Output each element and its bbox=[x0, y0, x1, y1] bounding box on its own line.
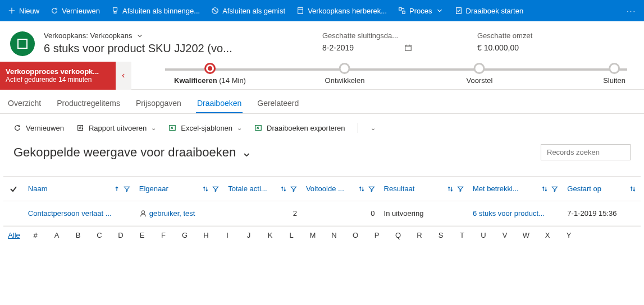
alpha-letter[interactable]: W bbox=[515, 231, 537, 239]
alpha-letter[interactable]: S bbox=[430, 231, 451, 239]
sub-excel-templates-button[interactable]: Excel-sjablonen⌄ bbox=[168, 124, 242, 132]
row-resultaat: In uitvoering bbox=[384, 209, 424, 218]
tab-products[interactable]: Productregelitems bbox=[56, 94, 121, 113]
alpha-letter[interactable]: V bbox=[494, 231, 515, 239]
alpha-letter[interactable]: I bbox=[217, 231, 238, 239]
playbooks-grid: Naam Eigenaar Totale acti... Voltooide .… bbox=[3, 176, 641, 227]
bpf-collapse-button[interactable] bbox=[116, 62, 131, 90]
clipboard-check-icon bbox=[455, 7, 463, 15]
alpha-letter[interactable]: P bbox=[366, 231, 387, 239]
command-bar: Nieuw Vernieuwen Afsluiten als binnenge.… bbox=[0, 0, 644, 21]
row-metbetr[interactable]: 6 stuks voor product... bbox=[473, 209, 545, 218]
filter-icon bbox=[551, 186, 558, 192]
tab-related[interactable]: Gerelateerd bbox=[256, 94, 300, 113]
refresh-button[interactable]: Vernieuwen bbox=[45, 0, 106, 21]
bpf-stage-develop[interactable]: Ontwikkelen bbox=[325, 63, 365, 85]
col-eigenaar[interactable]: Eigenaar bbox=[135, 184, 223, 193]
start-playbook-button[interactable]: Draaiboek starten bbox=[449, 0, 529, 21]
alpha-letter[interactable]: Q bbox=[387, 231, 409, 239]
tab-quotes[interactable]: Prijsopgaven bbox=[135, 94, 182, 113]
alpha-letter[interactable]: M bbox=[302, 231, 323, 239]
alpha-letter[interactable]: A bbox=[46, 231, 67, 239]
svg-rect-1 bbox=[298, 8, 303, 14]
svg-rect-7 bbox=[170, 126, 176, 131]
label: Afsluiten als gemist bbox=[222, 7, 285, 15]
table-row[interactable]: Contactpersoon verlaat ... gebruiker, te… bbox=[3, 201, 641, 226]
svg-rect-4 bbox=[456, 8, 461, 14]
revenue-value: € 10.000,00 bbox=[477, 43, 519, 52]
row-naam[interactable]: Contactpersoon verlaat ... bbox=[28, 209, 112, 218]
plus-icon bbox=[8, 7, 16, 15]
alpha-letter[interactable]: E bbox=[131, 231, 153, 239]
chevron-down-icon bbox=[436, 7, 444, 15]
sub-export-button[interactable]: Draaiboeken exporteren bbox=[254, 124, 345, 132]
bpf-stage-close[interactable]: Sluiten bbox=[603, 63, 625, 85]
alpha-letter[interactable]: U bbox=[473, 231, 494, 239]
process-button[interactable]: Proces bbox=[392, 0, 449, 21]
label: Nieuw bbox=[19, 7, 39, 15]
refresh-icon bbox=[13, 124, 21, 132]
row-voltooide: 0 bbox=[371, 209, 374, 218]
sub-refresh-button[interactable]: Vernieuwen bbox=[13, 124, 64, 132]
recalculate-button[interactable]: Verkoopkans herberek... bbox=[291, 0, 392, 21]
col-metbetrekking[interactable]: Met betrekki... bbox=[468, 184, 563, 193]
grid-header: Naam Eigenaar Totale acti... Voltooide .… bbox=[3, 177, 641, 201]
bpf-stage-qualify[interactable]: Kwalificeren (14 Min) bbox=[174, 63, 246, 85]
filter-icon bbox=[290, 186, 297, 192]
alpha-hash[interactable]: # bbox=[25, 231, 46, 239]
user-icon bbox=[139, 210, 147, 218]
label: Afsluiten als binnenge... bbox=[122, 7, 200, 15]
row-eigenaar[interactable]: gebruiker, test bbox=[149, 209, 195, 218]
select-all[interactable] bbox=[3, 184, 24, 193]
col-totale[interactable]: Totale acti... bbox=[223, 184, 302, 193]
alpha-letter[interactable]: B bbox=[67, 231, 89, 239]
col-resultaat[interactable]: Resultaat bbox=[380, 184, 468, 193]
close-lost-button[interactable]: Afsluiten als gemist bbox=[205, 0, 291, 21]
alpha-letter[interactable]: J bbox=[238, 231, 259, 239]
alpha-letter[interactable]: G bbox=[174, 231, 195, 239]
subgrid-cmdbar: Vernieuwen Rapport uitvoeren⌄ Excel-sjab… bbox=[0, 114, 644, 136]
svg-rect-5 bbox=[405, 45, 412, 51]
sub-report-button[interactable]: Rapport uitvoeren⌄ bbox=[76, 124, 156, 132]
bpf-stage-propose[interactable]: Voorstel bbox=[467, 63, 493, 85]
col-naam[interactable]: Naam bbox=[24, 184, 135, 193]
new-button[interactable]: Nieuw bbox=[2, 0, 45, 21]
cancel-icon bbox=[211, 7, 219, 15]
col-gestart[interactable]: Gestart op bbox=[563, 184, 641, 193]
alpha-letter[interactable]: X bbox=[537, 231, 558, 239]
alpha-letter[interactable]: C bbox=[89, 231, 110, 239]
bpf-badge[interactable]: Verkoopproces verkoopk... Actief geduren… bbox=[0, 62, 116, 90]
report-icon bbox=[76, 124, 84, 132]
alpha-letter[interactable]: Y bbox=[558, 231, 579, 239]
chevron-down-icon[interactable]: ⌄ bbox=[241, 145, 252, 160]
entity-label: Verkoopkans: Verkoopkans bbox=[44, 31, 133, 40]
alpha-letter[interactable]: K bbox=[259, 231, 281, 239]
entity-tile bbox=[10, 31, 35, 56]
alpha-letter[interactable]: R bbox=[409, 231, 430, 239]
close-won-button[interactable]: Afsluiten als binnenge... bbox=[106, 0, 205, 21]
bpf: Verkoopproces verkoopk... Actief geduren… bbox=[0, 62, 644, 90]
calendar-icon[interactable] bbox=[404, 44, 412, 52]
sub-overflow[interactable]: ⌄ bbox=[371, 124, 376, 132]
label: Verkoopkans herberek... bbox=[308, 7, 387, 15]
alpha-letter[interactable]: T bbox=[451, 231, 473, 239]
alpha-letter[interactable]: O bbox=[345, 231, 366, 239]
chevron-down-icon[interactable] bbox=[136, 32, 144, 40]
alpha-letter[interactable]: N bbox=[323, 231, 345, 239]
closedate-label: Geschatte sluitingsda... bbox=[322, 31, 468, 40]
row-totale: 2 bbox=[293, 209, 297, 218]
alpha-letter[interactable]: H bbox=[195, 231, 217, 239]
alpha-letter[interactable]: D bbox=[110, 231, 131, 239]
col-voltooide[interactable]: Voltooide ... bbox=[302, 184, 380, 193]
view-name[interactable]: Gekoppelde weergave voor draaiboeken bbox=[13, 145, 236, 160]
svg-rect-2 bbox=[399, 8, 401, 10]
form-tabs: Overzicht Productregelitems Prijsopgaven… bbox=[0, 90, 644, 114]
alpha-all[interactable]: Alle bbox=[3, 231, 25, 239]
overflow-button[interactable]: ··· bbox=[621, 7, 642, 15]
tab-overview[interactable]: Overzicht bbox=[7, 94, 42, 113]
search-input[interactable] bbox=[541, 144, 631, 160]
alpha-letter[interactable]: F bbox=[153, 231, 174, 239]
alpha-letter[interactable]: L bbox=[281, 231, 302, 239]
row-gestart: 7-1-2019 15:36 bbox=[567, 209, 616, 218]
tab-playbooks[interactable]: Draaiboeken bbox=[196, 94, 243, 113]
